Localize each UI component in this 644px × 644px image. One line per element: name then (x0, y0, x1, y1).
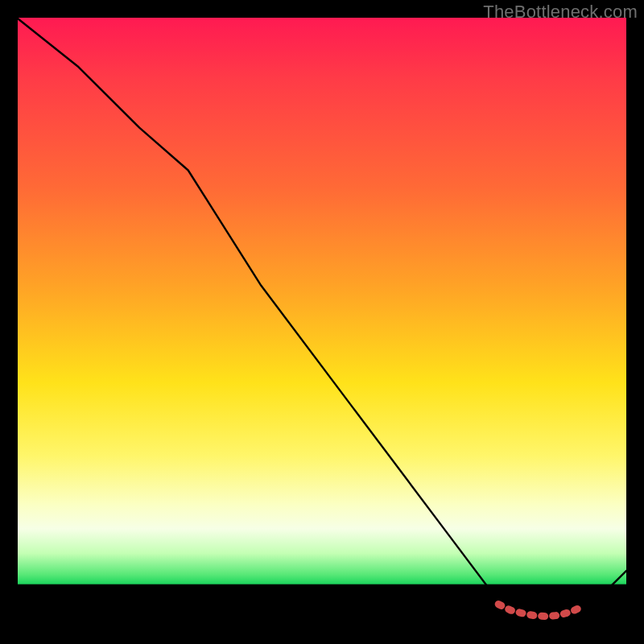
plot-area (18, 18, 626, 626)
chart-stage: TheBottleneck.com (0, 0, 644, 644)
optimum-marker-path (498, 605, 584, 617)
chart-svg (18, 18, 626, 626)
bottleneck-curve-path (18, 19, 626, 620)
